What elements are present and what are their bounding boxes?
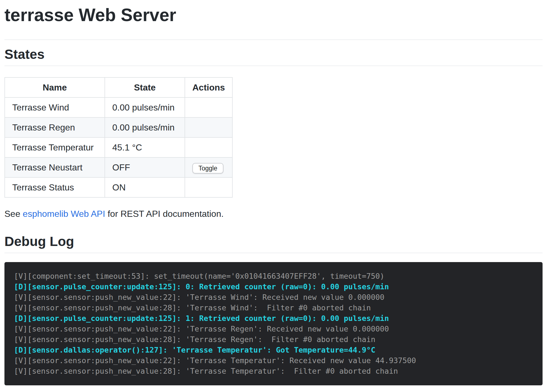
row-actions-cell [185, 137, 232, 157]
api-note: See esphomelib Web API for REST API docu… [4, 207, 543, 220]
row-actions-cell [185, 177, 232, 197]
api-note-suffix: for REST API documentation. [105, 209, 223, 219]
debug-log-box: [V][component:set_timeout:53]: set_timeo… [4, 262, 543, 385]
row-state: ON [105, 177, 185, 197]
row-name: Terrasse Temperatur [5, 137, 105, 157]
log-line: [V][sensor.sensor:push_new_value:28]: 'T… [14, 303, 533, 313]
log-line: [V][sensor.sensor:push_new_value:28]: 'T… [14, 334, 533, 345]
log-line: [V][component:set_timeout:53]: set_timeo… [14, 271, 533, 282]
states-table: Name State Actions Terrasse Wind 0.00 pu… [4, 77, 233, 198]
table-row: Terrasse Neustart OFF Toggle [5, 157, 232, 177]
section-heading-states: States [4, 46, 543, 66]
page-title: terrasse Web Server [4, 4, 543, 40]
table-row: Terrasse Temperatur 45.1 °C [5, 137, 232, 157]
row-actions-cell [185, 117, 232, 137]
log-line: [D][sensor.pulse_counter:update:125]: 0:… [14, 282, 533, 292]
column-header-name: Name [5, 77, 105, 97]
row-name: Terrasse Neustart [5, 157, 105, 177]
row-state: OFF [105, 157, 185, 177]
row-state: 0.00 pulses/min [105, 97, 185, 117]
column-header-actions: Actions [185, 77, 232, 97]
toggle-button[interactable]: Toggle [192, 163, 223, 174]
log-line: [V][sensor.sensor:push_new_value:22]: 'T… [14, 324, 533, 334]
row-actions-cell: Toggle [185, 157, 232, 177]
table-header-row: Name State Actions [5, 77, 232, 97]
row-state: 0.00 pulses/min [105, 117, 185, 137]
row-actions-cell [185, 97, 232, 117]
log-line: [V][sensor.sensor:push_new_value:28]: 'T… [14, 366, 533, 376]
row-name: Terrasse Regen [5, 117, 105, 137]
api-note-prefix: See [4, 209, 23, 219]
esphomelib-web-api-link[interactable]: esphomelib Web API [23, 209, 105, 219]
table-row: Terrasse Status ON [5, 177, 232, 197]
log-line: [D][sensor.pulse_counter:update:125]: 1:… [14, 313, 533, 324]
column-header-state: State [105, 77, 185, 97]
row-state: 45.1 °C [105, 137, 185, 157]
log-line: [V][sensor.sensor:push_new_value:22]: 'T… [14, 355, 533, 366]
row-name: Terrasse Wind [5, 97, 105, 117]
log-line: [D][sensor.dallas:operator():127]: 'Terr… [14, 345, 533, 355]
row-name: Terrasse Status [5, 177, 105, 197]
log-line: [V][sensor.sensor:push_new_value:22]: 'T… [14, 292, 533, 303]
table-row: Terrasse Wind 0.00 pulses/min [5, 97, 232, 117]
section-heading-debug-log: Debug Log [4, 233, 543, 253]
table-row: Terrasse Regen 0.00 pulses/min [5, 117, 232, 137]
